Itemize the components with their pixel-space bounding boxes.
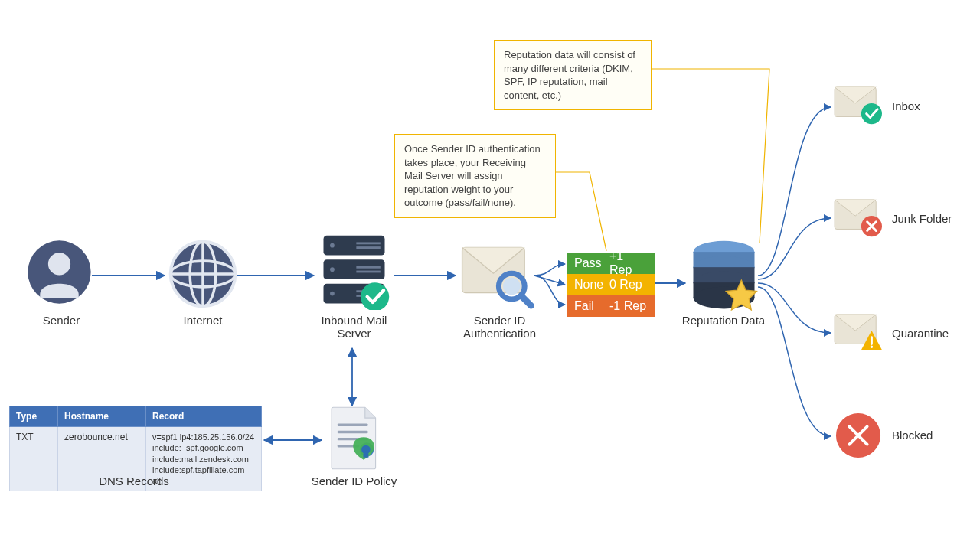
svg-point-30: [503, 278, 521, 295]
junk-icon: [833, 195, 885, 242]
svg-rect-21: [356, 242, 380, 244]
svg-rect-24: [356, 271, 380, 273]
rep-fail-key: Fail: [574, 299, 609, 313]
svg-point-27: [361, 282, 389, 310]
dns-th-record: Record: [146, 406, 262, 427]
sender-id-policy-label: Sender ID Policy: [306, 474, 402, 487]
dns-th-type: Type: [10, 406, 58, 427]
svg-rect-22: [356, 246, 380, 249]
internet-icon: [168, 240, 237, 311]
svg-point-45: [871, 346, 873, 348]
sender-icon: [27, 240, 92, 307]
callout-sender-id: Once Sender ID authentication takes plac…: [394, 134, 556, 218]
inbound-server-label: Inbound Mail Server: [306, 314, 402, 340]
sender-id-policy-icon: [328, 406, 381, 473]
quarantine-icon: [833, 310, 885, 357]
svg-point-18: [330, 243, 335, 248]
svg-line-5: [534, 276, 565, 285]
svg-line-31: [521, 296, 531, 306]
rep-pass-key: Pass: [574, 256, 609, 270]
rep-pass-val: +1 Rep: [609, 249, 647, 277]
inbox-label: Inbox: [892, 99, 920, 112]
rep-none-key: None: [574, 278, 609, 292]
junk-label: Junk Folder: [892, 212, 952, 225]
reputation-data-label: Reputation Data: [678, 314, 769, 327]
rep-fail-val: -1 Rep: [609, 299, 647, 313]
blocked-label: Blocked: [892, 429, 933, 442]
sender-id-label: Sender ID Authentication: [452, 314, 547, 340]
rep-pass: Pass +1 Rep: [567, 253, 655, 274]
quarantine-label: Quarantine: [892, 327, 949, 340]
blocked-icon: [835, 412, 882, 461]
sender-id-icon: [459, 241, 536, 312]
svg-point-20: [330, 292, 335, 296]
dns-records-label: DNS Records: [69, 474, 199, 487]
dns-th-hostname: Hostname: [58, 406, 146, 427]
internet-label: Internet: [161, 314, 245, 327]
inbound-server-icon: [318, 233, 390, 312]
dns-td-type: TXT: [10, 427, 58, 491]
rep-none-val: 0 Rep: [609, 278, 647, 292]
svg-point-8: [48, 253, 70, 275]
svg-point-40: [861, 103, 882, 124]
rep-fail: Fail -1 Rep: [567, 295, 655, 317]
rep-none: None 0 Rep: [567, 274, 655, 295]
reputation-data-icon: [688, 239, 760, 318]
reputation-weights: Pass +1 Rep None 0 Rep Fail -1 Rep: [567, 253, 655, 317]
sender-label: Sender: [19, 314, 103, 327]
svg-point-19: [330, 267, 335, 272]
inbox-icon: [833, 83, 885, 129]
callout-reputation-data: Reputation data will consist of many dif…: [494, 40, 652, 110]
svg-rect-23: [356, 266, 380, 269]
